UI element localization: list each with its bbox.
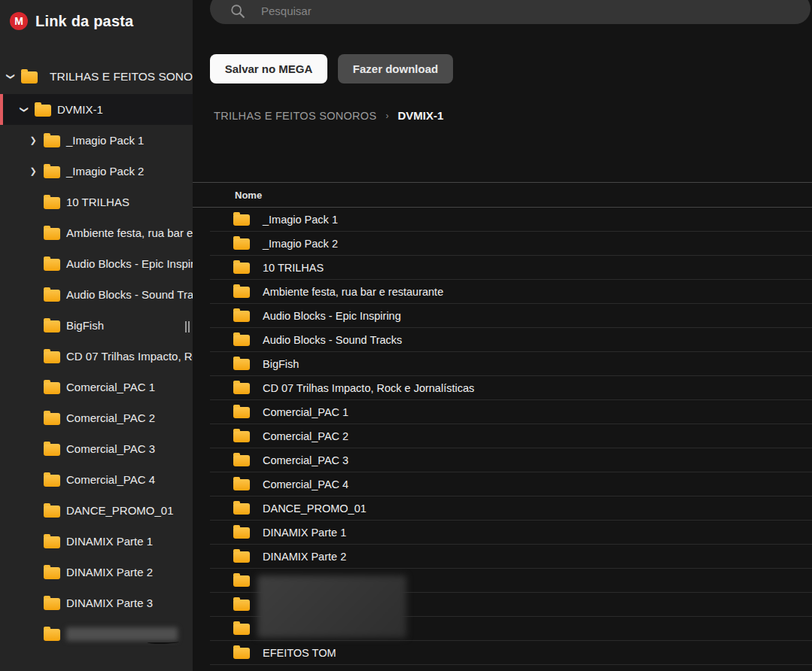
- folder-icon: [233, 335, 250, 346]
- folder-icon: [44, 197, 60, 209]
- folder-icon: [44, 166, 60, 178]
- folder-icon: [233, 479, 250, 490]
- folder-icon: [44, 475, 60, 487]
- folder-icon: [44, 598, 60, 610]
- folder-icon: [44, 444, 60, 456]
- chevron-icon[interactable]: [29, 136, 38, 144]
- breadcrumb: TRILHAS E FEITOS SONOROS › DVMIX-1: [214, 109, 443, 122]
- folder-label: DINAMIX Parte 1: [66, 535, 153, 548]
- table-row[interactable]: Comercial_PAC 3: [193, 448, 812, 472]
- folder-icon: [233, 624, 250, 635]
- sidebar-tree-item[interactable]: DVMIX-1: [0, 94, 193, 125]
- folder-icon: [233, 431, 250, 442]
- table-row[interactable]: Ambiente festa, rua bar e restaurante: [193, 280, 812, 304]
- folder-icon: [233, 238, 250, 250]
- sidebar-tree-item[interactable]: DINAMIX Parte 1: [0, 526, 193, 557]
- sidebar-tree-item[interactable]: Ambiente festa, rua bar e restaurante: [0, 217, 193, 248]
- sidebar-panel: M Link da pasta TRILHAS E FEITOS SONOROS…: [0, 0, 193, 671]
- table-row[interactable]: Comercial_PAC 4: [193, 472, 812, 496]
- folder-icon: [44, 506, 60, 518]
- table-row[interactable]: Audio Blocks - Epic Inspiring: [193, 304, 812, 328]
- folder-icon: [233, 407, 250, 418]
- breadcrumb-parent[interactable]: TRILHAS E FEITOS SONOROS: [214, 110, 376, 122]
- file-name: Comercial_PAC 1: [263, 406, 348, 418]
- sidebar-tree-item[interactable]: Comercial_PAC 1: [0, 372, 193, 402]
- sidebar-tree-item[interactable]: Audio Blocks - Sound Tracks: [0, 279, 193, 310]
- table-row[interactable]: DINAMIX Parte 2: [193, 545, 812, 569]
- table-row[interactable]: Comercial_PAC 1: [193, 400, 812, 424]
- sidebar-tree-item[interactable]: _Imagio Pack 1: [0, 125, 193, 156]
- page-title: Link da pasta: [35, 13, 133, 30]
- folder-icon: [233, 503, 250, 515]
- table-row[interactable]: DINAMIX Parte 1: [193, 521, 812, 545]
- table-row[interactable]: _Imagio Pack 1: [193, 208, 812, 232]
- sidebar-tree-item[interactable]: [0, 618, 193, 649]
- file-name: DANCE_PROMO_01: [263, 502, 366, 515]
- folder-icon: [44, 320, 60, 332]
- folder-icon: [233, 263, 250, 274]
- column-header-name[interactable]: Nome: [193, 183, 812, 208]
- folder-label: _Imagio Pack 1: [66, 134, 144, 147]
- table-row[interactable]: 10 TRILHAS: [193, 256, 812, 280]
- folder-label: Ambiente festa, rua bar e restaurante: [66, 226, 193, 239]
- chevron-icon[interactable]: [29, 167, 38, 175]
- table-row[interactable]: Audio Blocks - Sound Tracks: [193, 328, 812, 352]
- table-row[interactable]: BigFish: [193, 352, 812, 376]
- file-rows: _Imagio Pack 1 _Imagio Pack 2 10 TRILHAS…: [193, 208, 812, 665]
- sidebar-tree-item[interactable]: Audio Blocks - Epic Inspiring: [0, 248, 193, 279]
- file-name: Comercial_PAC 2: [263, 430, 348, 442]
- file-name: 10 TRILHAS: [263, 262, 324, 274]
- table-row[interactable]: Comercial_PAC 2: [193, 424, 812, 448]
- table-row[interactable]: CD 07 Trilhas Impacto, Rock e Jornalísti…: [193, 376, 812, 400]
- app-logo-row: M Link da pasta: [0, 0, 193, 42]
- sidebar-tree-item[interactable]: BigFish: [0, 310, 193, 341]
- file-name: DINAMIX Parte 2: [263, 551, 346, 563]
- file-name: _Imagio Pack 2: [263, 238, 338, 250]
- folder-icon: [44, 382, 60, 394]
- sidebar-tree-item[interactable]: Comercial_PAC 3: [0, 433, 193, 464]
- file-table: Nome _Imagio Pack 1 _Imagio Pack 2 10 TR…: [193, 182, 812, 671]
- sidebar-tree-item[interactable]: DANCE_PROMO_01: [0, 495, 193, 526]
- file-name: EFEITOS TOM: [263, 647, 336, 659]
- sidebar-tree-item[interactable]: Comercial_PAC 4: [0, 464, 193, 495]
- sidebar-tree-item[interactable]: TRILHAS E FEITOS SONOROS: [0, 59, 193, 94]
- sidebar-tree-item[interactable]: 10 TRILHAS: [0, 187, 193, 217]
- folder-icon: [44, 567, 60, 579]
- download-button[interactable]: Fazer download: [338, 54, 453, 83]
- mega-logo-icon[interactable]: M: [10, 12, 28, 30]
- folder-icon: [233, 600, 250, 611]
- breadcrumb-chevron-icon: ›: [385, 111, 388, 121]
- folder-icon: [233, 575, 250, 587]
- sidebar-tree-item[interactable]: _Imagio Pack 2: [0, 156, 193, 187]
- sidebar-tree-item[interactable]: DINAMIX Parte 2: [0, 557, 193, 588]
- folder-icon: [233, 455, 250, 466]
- search-bar[interactable]: [210, 0, 810, 24]
- sidebar-tree-item[interactable]: DINAMIX Parte 3: [0, 588, 193, 618]
- sidebar-tree-item[interactable]: CD 07 Trilhas Impacto, Rock e Jornalísti…: [0, 341, 193, 372]
- search-icon: [230, 3, 246, 20]
- folder-icon: [44, 135, 60, 147]
- folder-icon: [44, 629, 60, 641]
- sidebar-resize-handle[interactable]: [185, 321, 190, 332]
- table-row[interactable]: DANCE_PROMO_01: [193, 496, 812, 521]
- search-input[interactable]: [260, 4, 810, 18]
- file-name: Audio Blocks - Epic Inspiring: [263, 310, 401, 322]
- redacted-content-overlay: [257, 575, 406, 638]
- breadcrumb-current: DVMIX-1: [397, 109, 443, 122]
- folder-icon: [35, 105, 51, 117]
- folder-label: DINAMIX Parte 2: [66, 566, 153, 578]
- chevron-icon[interactable]: [7, 72, 15, 81]
- save-to-mega-button[interactable]: Salvar no MEGA: [210, 54, 327, 83]
- file-name: Ambiente festa, rua bar e restaurante: [263, 286, 443, 298]
- folder-icon: [44, 228, 60, 240]
- folder-label: Audio Blocks - Sound Tracks: [66, 288, 193, 301]
- folder-label: CD 07 Trilhas Impacto, Rock e Jornalísti…: [66, 350, 193, 363]
- table-row[interactable]: _Imagio Pack 2: [193, 232, 812, 256]
- sidebar-tree-item[interactable]: Comercial_PAC 2: [0, 402, 193, 433]
- table-row[interactable]: EFEITOS TOM: [193, 641, 812, 665]
- chevron-icon[interactable]: [20, 105, 29, 114]
- folder-icon: [233, 383, 250, 394]
- folder-label: Comercial_PAC 2: [66, 411, 155, 424]
- folder-label: [66, 627, 178, 641]
- folder-label: DANCE_PROMO_01: [66, 504, 174, 517]
